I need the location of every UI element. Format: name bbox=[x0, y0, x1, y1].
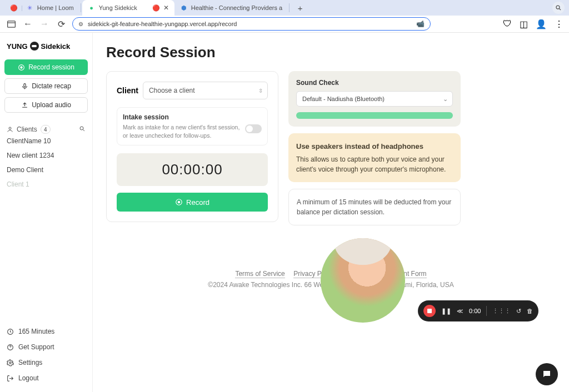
grid-icon[interactable]: ⋮⋮⋮ bbox=[492, 308, 511, 315]
sidebar: YUNG Sidekick Record session Dictate rec… bbox=[0, 33, 93, 392]
chat-icon bbox=[542, 369, 552, 379]
upload-icon bbox=[21, 102, 28, 109]
client-item[interactable]: Client 1 bbox=[4, 177, 88, 192]
logo-icon bbox=[30, 42, 39, 51]
sound-level-bar bbox=[296, 112, 453, 119]
button-label: Upload audio bbox=[32, 101, 71, 109]
upload-audio-button[interactable]: Upload audio bbox=[4, 97, 88, 113]
browser-right-icons: 🛡 ◫ 👤 ⋮ bbox=[503, 19, 563, 29]
svg-point-14 bbox=[178, 202, 180, 204]
logo-text-2: Sidekick bbox=[41, 42, 71, 51]
page-title: Record Session bbox=[106, 44, 556, 61]
svg-point-12 bbox=[9, 361, 11, 363]
speakers-warning-card: Use speakers instead of headphones This … bbox=[288, 133, 461, 182]
tab-divider: | bbox=[21, 4, 23, 11]
intake-toggle[interactable] bbox=[245, 124, 262, 133]
svg-line-1 bbox=[560, 9, 561, 11]
logo-text-1: YUNG bbox=[7, 42, 28, 51]
logout-row[interactable]: Logout bbox=[4, 371, 88, 385]
dictate-recap-button[interactable]: Dictate recap bbox=[4, 78, 88, 94]
record-session-button[interactable]: Record session bbox=[4, 59, 88, 75]
client-label: Client bbox=[117, 86, 138, 95]
audio-device-select[interactable]: Default - Nadiusha (Bluetooth) bbox=[296, 91, 453, 107]
tab-yung[interactable]: ● Yung Sidekick 🔴 ✕ bbox=[82, 0, 174, 16]
shield-icon[interactable]: 🛡 bbox=[503, 19, 512, 29]
chat-fab[interactable] bbox=[536, 363, 558, 385]
pause-button[interactable]: ❚❚ bbox=[441, 308, 451, 315]
svg-point-7 bbox=[9, 127, 11, 129]
tab-loom[interactable]: 🔴 | ✳ Home | Loom bbox=[4, 0, 79, 16]
profile-icon[interactable]: 👤 bbox=[536, 19, 547, 29]
svg-rect-2 bbox=[7, 21, 15, 27]
app-root: YUNG Sidekick Record session Dictate rec… bbox=[0, 33, 569, 392]
footer-link-tos[interactable]: Terms of Service bbox=[235, 270, 284, 278]
stop-recording-button[interactable] bbox=[423, 305, 436, 317]
forward-button[interactable]: → bbox=[39, 18, 50, 29]
client-row: Client Choose a client bbox=[117, 82, 268, 99]
mic-icon bbox=[21, 83, 28, 90]
button-label: Dictate recap bbox=[32, 82, 71, 90]
clients-label: Clients bbox=[17, 125, 37, 133]
person-icon bbox=[7, 126, 13, 133]
intake-box: Intake session Mark as intake for a new … bbox=[117, 107, 268, 145]
back-button[interactable]: ← bbox=[22, 18, 33, 29]
tab-separator bbox=[289, 3, 290, 12]
browser-chrome: 🔴 | ✳ Home | Loom ● Yung Sidekick 🔴 ✕ ⬢ … bbox=[0, 0, 569, 33]
client-item[interactable]: Demo Client bbox=[4, 163, 88, 177]
new-tab-button[interactable]: + bbox=[294, 2, 306, 14]
rewind-button[interactable]: ≪ bbox=[457, 308, 463, 315]
logout-icon bbox=[7, 375, 14, 382]
close-icon[interactable]: ✕ bbox=[163, 4, 169, 12]
minutes-row[interactable]: 165 Minutes bbox=[4, 324, 88, 339]
help-icon bbox=[7, 344, 14, 351]
svg-point-5 bbox=[21, 66, 22, 68]
gear-icon bbox=[7, 359, 14, 366]
reader-icon[interactable]: ◫ bbox=[520, 19, 528, 29]
support-row[interactable]: Get Support bbox=[4, 340, 88, 354]
record-button-label: Record bbox=[186, 198, 209, 207]
menu-icon[interactable]: ⋮ bbox=[555, 19, 563, 29]
magnify-icon bbox=[79, 125, 86, 132]
minutes-label: 165 Minutes bbox=[18, 328, 54, 335]
select-value: Choose a client bbox=[149, 87, 195, 94]
choose-client-select[interactable]: Choose a client bbox=[143, 82, 268, 99]
camera-bubble[interactable] bbox=[321, 238, 405, 323]
client-item[interactable]: ClientName 10 bbox=[4, 134, 88, 148]
settings-label: Settings bbox=[18, 359, 42, 366]
separator bbox=[486, 306, 487, 316]
record-dot-icon: 🔴 bbox=[152, 4, 160, 12]
search-clients-button[interactable] bbox=[79, 125, 86, 134]
warning-body: This allows us to capture both your voic… bbox=[296, 154, 453, 174]
sound-check-label: Sound Check bbox=[296, 79, 453, 87]
tab-label: Home | Loom bbox=[37, 4, 74, 11]
loom-icon: ✳ bbox=[26, 4, 34, 12]
site-settings-icon[interactable]: ⚙ bbox=[78, 21, 83, 27]
client-item[interactable]: New client 1234 bbox=[4, 148, 88, 163]
intake-desc: Mark as intake for a new client's first … bbox=[123, 123, 241, 139]
content-columns: Client Choose a client Intake session Ma… bbox=[106, 71, 556, 225]
tab-label: Healthie - Connecting Providers a bbox=[191, 4, 282, 11]
camera-icon[interactable]: 📹 bbox=[416, 20, 425, 28]
svg-rect-6 bbox=[24, 83, 26, 87]
warning-title: Use speakers instead of headphones bbox=[296, 141, 453, 152]
support-label: Get Support bbox=[18, 343, 54, 351]
logout-label: Logout bbox=[18, 374, 39, 382]
panel-icon[interactable] bbox=[6, 18, 17, 29]
delete-button[interactable]: 🗑 bbox=[527, 308, 533, 314]
sound-check-card: Sound Check Default - Nadiusha (Bluetoot… bbox=[288, 71, 461, 127]
search-button[interactable] bbox=[552, 2, 565, 14]
settings-row[interactable]: Settings bbox=[4, 355, 88, 370]
svg-point-8 bbox=[80, 127, 83, 130]
clients-count: 4 bbox=[41, 125, 51, 134]
magnify-icon bbox=[555, 4, 562, 11]
record-dot-icon: 🔴 bbox=[10, 4, 18, 12]
address-row: ← → ⟳ ⚙ sidekick-git-feature-healthie-yu… bbox=[0, 16, 569, 33]
record-button[interactable]: Record bbox=[117, 193, 268, 212]
address-bar[interactable]: ⚙ sidekick-git-feature-healthie-yungapp.… bbox=[72, 17, 431, 31]
intake-title: Intake session bbox=[123, 113, 262, 121]
tab-healthie[interactable]: ⬢ Healthie - Connecting Providers a bbox=[174, 0, 288, 16]
restart-button[interactable]: ↺ bbox=[516, 308, 521, 315]
reload-button[interactable]: ⟳ bbox=[56, 18, 67, 29]
info-text: A minimum of 15 minutes will be deducted… bbox=[297, 198, 451, 216]
device-value: Default - Nadiusha (Bluetooth) bbox=[302, 96, 385, 102]
